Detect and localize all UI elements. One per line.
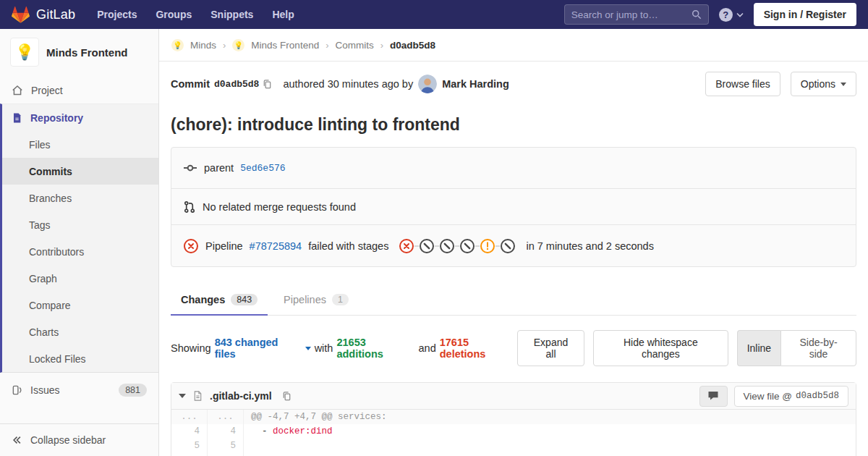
view-mode-toggle: Inline Side-by-side	[737, 330, 856, 366]
parent-row: parent 5ed6e576	[171, 148, 856, 188]
merge-request-text: No related merge requests found	[203, 201, 356, 213]
pipeline-row: Pipeline #78725894 failed with stages	[171, 224, 856, 266]
diff-match-row: ... ... @@ -4,7 +4,7 @@ services:	[171, 410, 856, 424]
stage-skipped-icon[interactable]	[419, 238, 435, 254]
new-line-number[interactable]: 6	[208, 453, 244, 456]
project-name[interactable]: Minds Frontend	[46, 46, 128, 59]
tab-pipelines[interactable]: Pipelines 1	[273, 286, 359, 315]
copy-sha-button[interactable]	[259, 79, 276, 90]
sign-in-button[interactable]: Sign in / Register	[754, 3, 856, 26]
merge-requests-row: No related merge requests found	[171, 188, 856, 224]
sidebar-item-project[interactable]: Project	[0, 77, 158, 104]
breadcrumb-minds[interactable]: Minds	[190, 40, 216, 51]
view-file-button[interactable]: View file @ d0adb5d8	[734, 386, 849, 407]
breadcrumb-minds-frontend[interactable]: Minds Frontend	[251, 40, 319, 51]
code-plain: -	[251, 426, 273, 436]
new-line-number[interactable]: 4	[208, 424, 244, 439]
pipeline-id-link[interactable]: #78725894	[250, 240, 302, 252]
breadcrumb-commits[interactable]: Commits	[336, 40, 374, 51]
document-icon	[12, 112, 22, 124]
code-string-token: docker:dind	[273, 426, 333, 436]
stage-warning-icon[interactable]	[480, 238, 495, 254]
side-by-side-view-button[interactable]: Side-by-side	[780, 330, 856, 366]
with-label: with	[315, 342, 333, 354]
hide-whitespace-button[interactable]: Hide whitespace changes	[593, 330, 728, 366]
collapse-sidebar-button[interactable]: Collapse sidebar	[0, 423, 158, 456]
sidebar-item-repository[interactable]: Repository	[2, 104, 158, 131]
sidebar-item-graph[interactable]: Graph	[2, 265, 158, 292]
sidebar-item-label: Project	[31, 85, 63, 96]
new-line-number[interactable]: 5	[208, 439, 244, 453]
commit-header: Commit d0adb5d8 authored 30 minutes ago …	[171, 72, 856, 96]
diff-controls: Expand all Hide whitespace changes Inlin…	[517, 330, 856, 366]
old-line-number[interactable]: 6	[171, 453, 208, 456]
tab-label: Changes	[181, 294, 225, 305]
sidebar-item-compare[interactable]: Compare	[2, 292, 158, 318]
nav-link-snippets[interactable]: Snippets	[210, 9, 253, 20]
sidebar-item-tags[interactable]: Tags	[2, 211, 158, 238]
pipeline-status-failed-icon[interactable]	[183, 238, 199, 254]
top-navbar: GitLab Projects Groups Snippets Help ?	[0, 0, 868, 29]
stage-skipped-icon[interactable]	[459, 238, 475, 254]
and-label: and	[419, 342, 436, 354]
new-line-number: ...	[208, 410, 244, 424]
home-icon	[12, 85, 23, 96]
search-icon	[692, 9, 702, 20]
nav-link-help[interactable]: Help	[272, 9, 294, 20]
sidebar-item-locked-files[interactable]: Locked Files	[2, 345, 158, 372]
sidebar-item-label: Repository	[30, 112, 83, 124]
sidebar-item-files[interactable]: Files	[2, 131, 158, 158]
copy-file-path-button[interactable]	[278, 391, 295, 402]
diff-code-row: 6 6 stages:	[171, 453, 856, 456]
breadcrumb-current-sha: d0adb5d8	[390, 40, 435, 51]
inline-view-button[interactable]: Inline	[737, 330, 780, 366]
sidebar-item-branches[interactable]: Branches	[2, 185, 158, 211]
tab-changes[interactable]: Changes 843	[171, 286, 268, 315]
sub-item-label: Tags	[29, 219, 51, 231]
commit-info-box: parent 5ed6e576 No related merge request…	[171, 147, 856, 267]
expand-all-button[interactable]: Expand all	[517, 330, 584, 366]
global-search[interactable]	[564, 4, 709, 25]
diff-stats-text: Showing 843 changed files with 21653 add…	[171, 337, 517, 360]
parent-sha-link[interactable]: 5ed6e576	[240, 163, 285, 174]
browse-files-button[interactable]: Browse files	[705, 72, 780, 96]
sidebar-item-issues[interactable]: Issues 881	[0, 376, 158, 403]
changed-files-label: 843 changed files	[215, 337, 302, 360]
search-input[interactable]	[571, 9, 692, 20]
help-menu[interactable]: ?	[719, 8, 744, 22]
pipeline-mini-graph	[399, 238, 516, 254]
sidebar-item-label: Issues	[30, 384, 59, 396]
toggle-comments-button[interactable]	[699, 386, 728, 407]
caret-down-icon	[305, 347, 311, 350]
stage-skipped-icon[interactable]	[500, 238, 516, 254]
commit-main: Commit d0adb5d8 authored 30 minutes ago …	[159, 72, 868, 456]
sidebar-item-contributors[interactable]: Contributors	[2, 238, 158, 265]
commit-sha: d0adb5d8	[214, 79, 259, 90]
changes-count-badge: 843	[231, 294, 258, 305]
options-dropdown-button[interactable]: Options	[791, 72, 856, 96]
author-name[interactable]: Mark Harding	[442, 78, 509, 90]
group-avatar: 💡	[171, 39, 184, 51]
nav-link-groups[interactable]: Groups	[156, 9, 192, 20]
issues-icon	[12, 384, 22, 396]
diff-file-actions: View file @ d0adb5d8	[699, 386, 849, 407]
stage-failed-icon[interactable]	[399, 238, 414, 254]
stage-skipped-icon[interactable]	[439, 238, 455, 254]
sidebar-item-charts[interactable]: Charts	[2, 318, 158, 345]
code-line	[244, 439, 856, 453]
sub-item-label: Branches	[29, 193, 72, 204]
breadcrumb-separator: ›	[223, 40, 226, 51]
commit-icon	[183, 161, 197, 175]
showing-label: Showing	[171, 342, 211, 354]
old-line-number[interactable]: 4	[171, 424, 208, 439]
nav-link-projects[interactable]: Projects	[97, 9, 137, 20]
options-label: Options	[801, 78, 835, 90]
view-file-label: View file @	[744, 391, 792, 402]
code-line: stages:	[244, 453, 856, 456]
help-icon: ?	[719, 8, 733, 22]
changed-files-dropdown[interactable]: 843 changed files	[215, 337, 311, 360]
sidebar-item-commits[interactable]: Commits	[2, 158, 158, 185]
old-line-number[interactable]: 5	[171, 439, 208, 453]
collapse-file-icon[interactable]	[179, 394, 186, 398]
gitlab-logo[interactable]: GitLab	[12, 6, 75, 24]
